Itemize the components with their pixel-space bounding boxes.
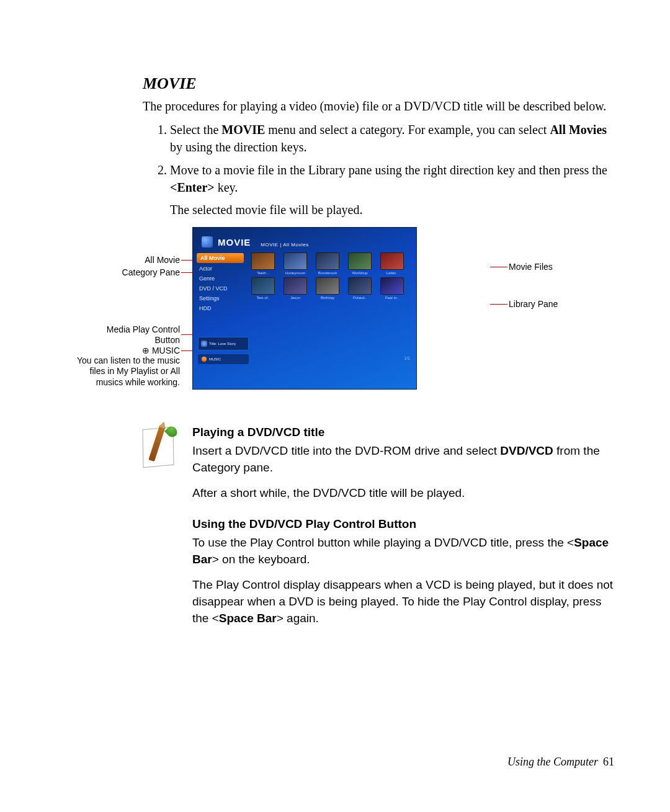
intro-text: The procedures for playing a video (movi… — [143, 98, 614, 115]
label-movie-files: Movie Files — [509, 262, 553, 273]
figure: All Movie Category Pane Media Play Contr… — [93, 227, 502, 401]
step2-text: Move to a movie file in the Library pane… — [170, 163, 607, 177]
step1-bold2: All Movies — [550, 123, 607, 136]
callout-line — [181, 272, 192, 273]
step1-post: by using the direction keys. — [170, 140, 307, 154]
movie-thumb[interactable]: Jason — [282, 277, 308, 300]
thumb-caption: Bundanouk — [315, 271, 340, 275]
text-bold: Space Bar — [219, 612, 277, 625]
label-media-control: Media Play Control Button — [81, 324, 180, 346]
sidebar-item-settings[interactable]: Settings — [193, 293, 246, 303]
callout-line — [490, 267, 507, 267]
step-1: Select the MOVIE menu and select a categ… — [170, 121, 614, 156]
step1-mid: menu and select a category. For example,… — [265, 123, 550, 136]
category-pane[interactable]: All Movie Actor Genre DVD / VCD Settings… — [193, 250, 246, 390]
label-music-desc: You can listen to the music files in My … — [68, 355, 180, 388]
footer-page-number: 61 — [603, 756, 614, 768]
section-heading: MOVIE — [143, 74, 614, 93]
subheading-dvd-title: Playing a DVD/VCD title — [192, 426, 614, 439]
thumb-caption: Teeth .. — [251, 271, 275, 275]
app-title: MOVIE — [218, 237, 251, 248]
movie-grid: Teeth .. Honeymoon Bundanouk Worldcup Le… — [250, 252, 405, 300]
footer-text: Using the Computer — [507, 756, 598, 768]
movie-thumb[interactable]: Teeth .. — [250, 252, 276, 275]
callout-line — [181, 350, 192, 351]
library-pane[interactable]: Teeth .. Honeymoon Bundanouk Worldcup Le… — [246, 250, 416, 390]
step2-post: key. — [215, 181, 238, 194]
movie-thumb[interactable]: Birthday — [315, 277, 341, 300]
label-library-pane: Library Pane — [509, 299, 558, 310]
text: Insert a DVD/VCD title into the DVD-ROM … — [192, 444, 500, 457]
thumb-caption: Worldcup — [347, 271, 372, 275]
movie-thumb[interactable]: Poland.. — [347, 277, 373, 300]
step1-text: Select the — [170, 123, 221, 136]
note-icon — [143, 428, 174, 466]
movie-thumb[interactable]: Letter.. — [379, 252, 405, 275]
sidebar-item-all-movie[interactable]: All Movie — [197, 253, 244, 263]
label-music-title: ⊕ MUSIC — [142, 346, 180, 357]
subheading-play-control: Using the DVD/VCD Play Control Button — [192, 517, 614, 531]
page-footer: Using the Computer61 — [507, 756, 614, 769]
thumb-caption: Fear in.. — [380, 296, 404, 300]
movie-icon — [202, 236, 213, 248]
info-body: Playing a DVD/VCD title Insert a DVD/VCD… — [192, 426, 614, 636]
play-control-paragraph-1: To use the Play Control button while pla… — [192, 535, 614, 568]
page-indicator: 1/1 — [404, 356, 410, 360]
step2-bold1: <Enter> — [170, 181, 215, 194]
dvd-paragraph-1: Insert a DVD/VCD title into the DVD-ROM … — [192, 443, 614, 476]
label-category-pane: Category Pane — [122, 267, 180, 279]
thumb-caption: Honeymoon — [283, 271, 308, 275]
manual-page: MOVIE The procedures for playing a video… — [0, 0, 670, 812]
step1-bold1: MOVIE — [221, 123, 265, 136]
sidebar-item-hdd[interactable]: HDD — [193, 303, 246, 313]
music-label: MUSIC — [209, 357, 221, 361]
thumb-caption: Jason — [283, 296, 308, 300]
movie-thumb[interactable]: Honeymoon — [282, 252, 308, 275]
info-block: Playing a DVD/VCD title Insert a DVD/VCD… — [143, 426, 614, 636]
steps-list: Select the MOVIE menu and select a categ… — [143, 121, 614, 197]
play-control-paragraph-2: The Play Control display disappears when… — [192, 577, 614, 627]
text-bold: DVD/VCD — [500, 444, 553, 457]
sidebar-item-actor[interactable]: Actor — [193, 264, 246, 274]
text: > again. — [277, 612, 319, 625]
dvd-paragraph-2: After a short while, the DVD/VCD title w… — [192, 485, 614, 502]
movie-thumb[interactable]: Fear in.. — [379, 277, 405, 300]
movie-thumb[interactable]: Worldcup — [347, 252, 373, 275]
text: To use the Play Control button while pla… — [192, 536, 574, 549]
app-header: MOVIE MOVIE | All Movies — [193, 228, 416, 250]
step2-extra: The selected movie file will be played. — [170, 202, 614, 218]
thumb-caption: Test of.. — [251, 296, 275, 300]
music-icon — [202, 357, 207, 362]
callout-line — [490, 304, 507, 305]
app-body: All Movie Actor Genre DVD / VCD Settings… — [193, 250, 416, 390]
callout-line — [181, 260, 192, 261]
sidebar-item-genre[interactable]: Genre — [193, 274, 246, 283]
text: > on the keyboard. — [212, 553, 310, 566]
callout-line — [181, 334, 192, 335]
movie-thumb[interactable]: Test of.. — [250, 277, 276, 300]
sidebar-item-dvd-vcd[interactable]: DVD / VCD — [193, 283, 246, 293]
media-play-control[interactable]: Title: Love Story — [198, 337, 249, 350]
thumb-caption: Birthday — [315, 296, 340, 300]
app-screenshot: MOVIE MOVIE | All Movies All Movie Actor… — [192, 227, 417, 390]
music-panel[interactable]: MUSIC — [198, 354, 249, 364]
thumb-caption: Poland.. — [347, 296, 372, 300]
app-breadcrumb: MOVIE | All Movies — [261, 242, 308, 248]
movie-thumb[interactable]: Bundanouk — [315, 252, 341, 275]
step-2: Move to a movie file in the Library pane… — [170, 161, 614, 197]
label-all-movie: All Movie — [145, 255, 180, 266]
thumb-caption: Letter.. — [380, 271, 404, 275]
